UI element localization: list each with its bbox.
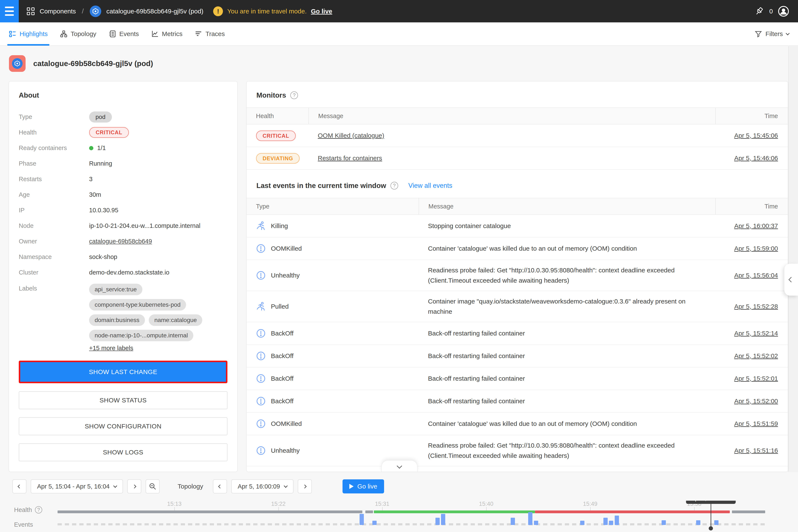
event-count-bar [615, 516, 619, 525]
monitor-link[interactable]: OOM Killed (catalogue) [318, 132, 384, 139]
timeline-tick-label: 15:13 [167, 501, 182, 507]
user-avatar-icon[interactable] [778, 6, 789, 17]
zoom-out-button[interactable] [146, 479, 160, 493]
expand-right-panel-button[interactable] [784, 264, 798, 296]
runner-icon [256, 221, 266, 231]
chevron-down-icon [786, 31, 790, 35]
monitors-col-health: Health [247, 108, 308, 124]
help-icon[interactable]: ? [290, 92, 298, 99]
health-segment [732, 511, 765, 513]
timeline-tick-label: 15:40 [479, 501, 493, 507]
event-time-link[interactable]: Apr 5, 15:52:14 [734, 330, 778, 337]
show-configuration-button[interactable]: SHOW CONFIGURATION [19, 417, 227, 435]
monitor-time-link[interactable]: Apr 5, 15:46:06 [734, 154, 778, 162]
time-range-dropdown[interactable]: Apr 5, 15:04 - Apr 5, 16:04 [31, 479, 123, 493]
top-bar: Components / catalogue-69b58cb649-gjl5v … [0, 0, 798, 22]
hamburger-menu-icon[interactable] [0, 0, 19, 22]
field-label-cluster: Cluster [19, 269, 89, 276]
event-count-bar [372, 521, 377, 525]
tab-topology[interactable]: Topology [60, 22, 96, 45]
timeline-tick-label: 15:31 [375, 501, 390, 507]
range-next-button[interactable] [127, 479, 141, 493]
pin-icon[interactable] [755, 6, 764, 16]
event-time-link[interactable]: Apr 5, 15:52:28 [734, 303, 778, 310]
field-label-type: Type [19, 113, 89, 120]
go-live-button[interactable]: Go live [343, 479, 384, 493]
tab-traces[interactable]: Traces [195, 22, 225, 45]
help-icon[interactable]: ? [391, 182, 398, 189]
entity-health-icon [9, 55, 25, 72]
monitors-col-message: Message [308, 108, 715, 124]
components-grid-icon [27, 7, 35, 15]
breadcrumb-entity[interactable]: catalogue-69b58cb649-gjl5v (pod) [106, 8, 203, 15]
alert-circle-icon [256, 396, 266, 406]
chevron-down-icon [113, 484, 117, 488]
event-row: PulledContainer image "quay.io/stackstat… [247, 291, 788, 322]
more-labels-link[interactable]: +15 more labels [89, 345, 133, 352]
topology-icon [60, 30, 68, 38]
type-badge: pod [89, 112, 112, 122]
runner-icon [256, 302, 266, 311]
tab-bar: Highlights Topology Events Metrics Trace… [0, 22, 798, 46]
event-time-link[interactable]: Apr 5, 15:51:16 [734, 447, 778, 454]
topology-time-dropdown[interactable]: Apr 5, 16:00:09 [231, 479, 293, 493]
ready-value: 1/1 [97, 145, 106, 152]
event-count-bar [580, 521, 585, 525]
show-logs-button[interactable]: SHOW LOGS [19, 443, 227, 461]
field-label-health: Health [19, 129, 89, 136]
health-segment [365, 511, 373, 513]
event-message: Back-off restarting failed container [419, 323, 715, 344]
collapse-events-button[interactable] [381, 460, 418, 472]
monitor-time-link[interactable]: Apr 5, 15:45:06 [734, 132, 778, 139]
field-label-ready: Ready containers [19, 145, 89, 152]
age-value: 30m [89, 191, 101, 198]
event-time-link[interactable]: Apr 5, 15:52:00 [734, 398, 778, 405]
tab-events[interactable]: Events [109, 22, 139, 45]
page-title: catalogue-69b58cb649-gjl5v (pod) [33, 59, 153, 68]
event-type: Killing [271, 222, 288, 230]
timeline-health-label: Health [14, 507, 32, 513]
alert-circle-icon [256, 244, 266, 253]
monitor-link[interactable]: Restarts for containers [318, 154, 382, 162]
event-count-bar [696, 520, 700, 525]
view-all-events-link[interactable]: View all events [408, 182, 452, 189]
breadcrumb-components[interactable]: Components [40, 8, 76, 15]
filters-button[interactable]: Filters [755, 30, 789, 38]
event-time-link[interactable]: Apr 5, 15:52:02 [734, 352, 778, 360]
event-time-link[interactable]: Apr 5, 15:52:01 [734, 375, 778, 382]
event-time-link[interactable]: Apr 5, 15:51:59 [734, 420, 778, 428]
tab-metrics[interactable]: Metrics [151, 22, 183, 45]
label-pill: node-name:ip-10-...ompute.internal [89, 330, 193, 341]
event-message: Stopping container catalogue [419, 216, 715, 236]
show-last-change-button[interactable]: SHOW LAST CHANGE [20, 362, 226, 382]
event-time-link[interactable]: Apr 5, 15:59:00 [734, 245, 778, 252]
event-type: Unhealthy [271, 447, 300, 454]
topology-time-prev-button[interactable] [213, 479, 227, 493]
events-timeline-track[interactable] [58, 523, 765, 526]
time-marker-handle[interactable] [709, 526, 713, 531]
play-icon [349, 484, 354, 489]
about-title: About [19, 91, 227, 99]
event-row: UnhealthyReadiness probe failed: Get "ht… [247, 435, 788, 467]
event-count-bar [435, 518, 440, 525]
go-live-link[interactable]: Go live [311, 8, 332, 15]
event-count-bar [528, 512, 532, 525]
label-pill: domain:business [89, 315, 145, 326]
events-icon [109, 30, 116, 38]
alert-circle-icon [256, 328, 266, 338]
health-segment [535, 511, 730, 513]
tab-highlights[interactable]: Highlights [9, 22, 48, 45]
time-control-bar: Apr 5, 15:04 - Apr 5, 16:04 Topology Apr… [0, 472, 798, 501]
field-label-ip: IP [19, 207, 89, 214]
help-icon[interactable]: ? [35, 506, 42, 513]
range-prev-button[interactable] [12, 479, 26, 493]
event-time-link[interactable]: Apr 5, 15:56:04 [734, 272, 778, 279]
show-status-button[interactable]: SHOW STATUS [19, 391, 227, 409]
event-time-link[interactable]: Apr 5, 16:00:37 [734, 222, 778, 230]
event-count-bar [609, 521, 613, 525]
topology-time-next-button[interactable] [298, 479, 312, 493]
event-type: Unhealthy [271, 272, 300, 279]
time-marker-line[interactable] [710, 504, 711, 528]
field-label-owner: Owner [19, 238, 89, 245]
owner-link[interactable]: catalogue-69b58cb649 [89, 238, 152, 245]
